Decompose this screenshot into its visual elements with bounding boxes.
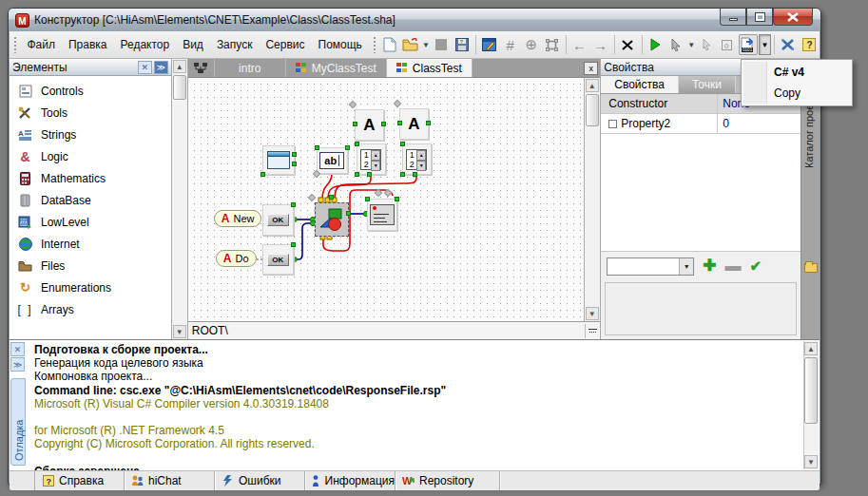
grid-button[interactable]: # <box>501 34 520 55</box>
tab-close-button[interactable]: x <box>584 62 598 75</box>
scroll-up-icon[interactable]: ▲ <box>804 342 818 355</box>
menu-service[interactable]: Сервис <box>259 35 311 54</box>
scroll-thumb[interactable] <box>804 357 818 424</box>
schema-canvas[interactable]: ab A 12 ▲▼ A <box>188 78 584 321</box>
block-updown-1[interactable]: 12 ▲▼ <box>357 143 386 175</box>
remove-icon[interactable]: ▬ <box>725 261 742 271</box>
center-button[interactable]: ⊕ <box>522 34 541 55</box>
sidebar-item-internet[interactable]: Internet <box>10 233 171 255</box>
drag-grip[interactable] <box>373 36 376 53</box>
menu-edit[interactable]: Правка <box>62 35 114 54</box>
delete-button[interactable] <box>618 34 637 55</box>
menu-editor[interactable]: Редактор <box>114 35 177 54</box>
scroll-down-icon[interactable]: ▼ <box>173 325 186 338</box>
cursor-caret[interactable]: ▼ <box>686 41 695 49</box>
open-file-button[interactable] <box>401 34 420 55</box>
sidebar-item-database[interactable]: DataBase <box>10 189 171 211</box>
sidebar-item-enumerations[interactable]: ↻ Enumerations <box>10 277 171 298</box>
block-form[interactable] <box>367 199 397 231</box>
sidebar-item-controls[interactable]: Controls <box>10 80 171 102</box>
compile-caret[interactable]: ▼ <box>759 34 771 55</box>
log-output[interactable]: Подготовка к сборке проекта... Генерация… <box>34 343 799 478</box>
sidebar-item-lowlevel[interactable]: 101010 LowLevel <box>10 211 171 233</box>
menu-help[interactable]: Помощь <box>312 35 369 54</box>
sidebar-item-logic[interactable]: & Logic <box>10 145 171 167</box>
property-row-property2[interactable]: Property2 0 <box>601 114 800 134</box>
hint-do[interactable]: ADo <box>216 250 257 267</box>
pointer-button[interactable] <box>697 34 716 55</box>
block-class-selected[interactable] <box>315 202 349 237</box>
log-close-icon[interactable]: ✕ <box>10 342 25 356</box>
restore-button[interactable] <box>746 9 773 26</box>
compile-button[interactable]: 0101 <box>739 34 758 55</box>
tab-intro[interactable]: intro <box>215 59 286 77</box>
add-icon[interactable]: ✚ <box>703 259 716 273</box>
splitter-button[interactable] <box>585 324 600 338</box>
forward-button[interactable]: → <box>591 34 610 55</box>
statusbar-tab-help[interactable]: ? Справка <box>34 471 125 490</box>
panel-expand-icon[interactable]: ≫ <box>154 61 168 74</box>
sidebar-item-strings[interactable]: A Strings <box>10 124 171 145</box>
log-scrollbar[interactable]: ▲ ▼ <box>803 341 819 469</box>
tab-properties[interactable]: Свойства <box>601 76 679 93</box>
elements-list: Controls Tools A Strings & Logic Mathema… <box>10 76 171 339</box>
form-editor-button[interactable] <box>480 34 499 55</box>
settings-button[interactable] <box>779 34 798 55</box>
block-label-1[interactable]: A <box>355 109 384 141</box>
log-expand-icon[interactable]: ≫ <box>10 357 25 372</box>
scroll-up-icon[interactable]: ▲ <box>586 79 599 92</box>
select-cursor-button[interactable] <box>666 34 685 55</box>
property-checkbox[interactable] <box>608 120 617 128</box>
menu-run[interactable]: Запуск <box>210 35 260 54</box>
help-button[interactable]: ? <box>800 34 819 55</box>
statusbar-tab-information[interactable]: Информация <box>305 471 395 490</box>
delete-x-icon <box>621 39 634 51</box>
sidebar-item-arrays[interactable]: [ ] Arrays <box>10 298 171 320</box>
frame-zero-button[interactable]: 0 <box>718 34 737 55</box>
title-bar[interactable]: M Конструктор [C:\HiAsm\Elements\CNET\Ex… <box>9 9 820 31</box>
menu-item-copy[interactable]: Copy <box>742 83 852 104</box>
block-label-2[interactable]: A <box>399 108 429 140</box>
new-file-button[interactable] <box>380 34 399 55</box>
project-catalog-label[interactable]: Каталог прое <box>803 105 815 168</box>
menu-item-csharp-v4[interactable]: C# v4 <box>742 62 852 83</box>
statusbar-tab-hichat[interactable]: hiChat <box>125 471 215 490</box>
scroll-down-icon[interactable]: ▼ <box>586 307 599 320</box>
open-file-caret[interactable]: ▼ <box>421 41 430 49</box>
canvas-scrollbar[interactable]: ▲ ▼ <box>584 78 600 321</box>
panel-close-icon[interactable]: ✕ <box>138 61 152 74</box>
tab-points[interactable]: Точки <box>679 76 736 93</box>
menu-view[interactable]: Вид <box>176 35 210 54</box>
stop-button[interactable] <box>432 34 451 55</box>
tab-myclasstest[interactable]: MyClassTest <box>286 59 387 77</box>
drag-grip[interactable] <box>13 36 16 53</box>
close-button[interactable] <box>773 9 813 26</box>
sidebar-item-mathematics[interactable]: Mathematics <box>10 167 171 189</box>
back-button[interactable]: ← <box>570 34 589 55</box>
debug-tab[interactable]: Отладка <box>10 378 26 466</box>
scroll-up-icon[interactable]: ▲ <box>173 60 186 73</box>
block-editbox[interactable]: ab <box>317 147 348 174</box>
sidebar-item-tools[interactable]: Tools <box>10 102 171 124</box>
sidebar-item-files[interactable]: Files <box>10 255 171 277</box>
hint-new[interactable]: ANew <box>214 210 262 227</box>
minimize-button[interactable] <box>720 9 746 26</box>
frame-button[interactable] <box>543 34 562 55</box>
tab-scheme-icon[interactable] <box>188 59 215 77</box>
scroll-down-icon[interactable]: ▼ <box>804 455 818 468</box>
scroll-thumb[interactable] <box>586 94 599 126</box>
apply-icon[interactable]: ✔ <box>750 258 762 275</box>
tab-classtest[interactable]: ClassTest <box>387 59 473 77</box>
block-window[interactable] <box>262 145 295 175</box>
block-updown-2[interactable]: 12 ▲▼ <box>402 143 432 175</box>
statusbar-tab-errors[interactable]: Ошибки <box>215 471 305 490</box>
save-button[interactable]: ? <box>453 34 472 55</box>
menu-file[interactable]: Файл <box>20 35 62 54</box>
elements-scrollbar[interactable]: ▲ ▼ <box>172 59 188 339</box>
property-combo[interactable]: ▼ <box>607 258 694 276</box>
statusbar-tab-repository[interactable]: W Repository <box>395 471 500 490</box>
run-button[interactable] <box>646 34 665 55</box>
block-button-new[interactable]: OK <box>262 204 294 236</box>
scroll-thumb[interactable] <box>173 75 186 100</box>
block-button-do[interactable]: OK <box>262 244 294 275</box>
